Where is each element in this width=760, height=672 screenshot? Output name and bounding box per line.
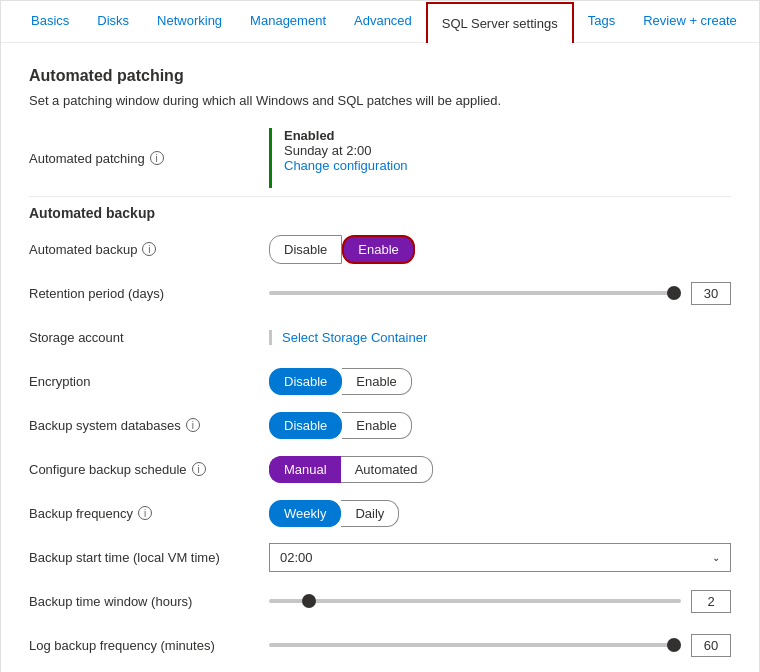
backup-window-value: 2 (691, 590, 731, 613)
storage-account-control: Select Storage Container (269, 330, 731, 345)
backup-frequency-label: Backup frequency i (29, 506, 269, 521)
backup-system-enable-button[interactable]: Enable (342, 412, 411, 439)
schedule-automated-button[interactable]: Automated (341, 456, 433, 483)
automated-backup-label: Automated backup i (29, 242, 269, 257)
backup-frequency-info-icon[interactable]: i (138, 506, 152, 520)
backup-system-label: Backup system databases i (29, 418, 269, 433)
retention-period-row: Retention period (days) 30 (29, 273, 731, 313)
encryption-enable-button[interactable]: Enable (342, 368, 411, 395)
backup-start-time-value: 02:00 (280, 550, 313, 565)
encryption-toggle-group: Disable Enable (269, 368, 412, 395)
log-frequency-row: Log backup frequency (minutes) 60 (29, 625, 731, 665)
patching-info: Enabled Sunday at 2:00 Change configurat… (269, 128, 408, 188)
retention-slider-container: 30 (269, 282, 731, 305)
configure-backup-label: Configure backup schedule i (29, 462, 269, 477)
section-divider-1 (29, 196, 731, 197)
backup-frequency-toggle-group: Weekly Daily (269, 500, 399, 527)
nav-tabs: Basics Disks Networking Management Advan… (1, 1, 759, 43)
storage-account-label: Storage account (29, 330, 269, 345)
backup-system-disable-button[interactable]: Disable (269, 412, 342, 439)
backup-system-row: Backup system databases i Disable Enable (29, 405, 731, 445)
tab-basics[interactable]: Basics (17, 1, 83, 42)
tab-review-create[interactable]: Review + create (629, 1, 751, 42)
backup-start-time-label: Backup start time (local VM time) (29, 550, 269, 565)
encryption-label: Encryption (29, 374, 269, 389)
automated-backup-row: Automated backup i Disable Enable (29, 229, 731, 269)
backup-start-time-dropdown[interactable]: 02:00 ⌄ (269, 543, 731, 572)
patching-status: Enabled Sunday at 2:00 Change configurat… (284, 128, 408, 173)
tab-management[interactable]: Management (236, 1, 340, 42)
automated-backup-enable-button[interactable]: Enable (342, 235, 414, 264)
configure-backup-row: Configure backup schedule i Manual Autom… (29, 449, 731, 489)
tab-networking[interactable]: Networking (143, 1, 236, 42)
backup-frequency-row: Backup frequency i Weekly Daily (29, 493, 731, 533)
backup-window-row: Backup time window (hours) 2 (29, 581, 731, 621)
backup-frequency-control: Weekly Daily (269, 500, 731, 527)
configure-backup-toggle-group: Manual Automated (269, 456, 433, 483)
automated-backup-disable-button[interactable]: Disable (269, 235, 342, 264)
tab-advanced[interactable]: Advanced (340, 1, 426, 42)
main-content: Automated patching Set a patching window… (1, 43, 759, 672)
retention-value: 30 (691, 282, 731, 305)
patching-enabled-text: Enabled (284, 128, 408, 143)
automated-patching-control: Enabled Sunday at 2:00 Change configurat… (269, 128, 731, 188)
backup-window-slider-container: 2 (269, 590, 731, 613)
change-configuration-link[interactable]: Change configuration (284, 158, 408, 173)
automated-backup-info-icon[interactable]: i (142, 242, 156, 256)
log-frequency-control: 60 (269, 634, 731, 657)
configure-backup-control: Manual Automated (269, 456, 731, 483)
backup-window-slider[interactable] (269, 599, 681, 603)
tab-sql-server-settings[interactable]: SQL Server settings (426, 2, 574, 43)
log-frequency-slider-container: 60 (269, 634, 731, 657)
log-frequency-slider[interactable] (269, 643, 681, 647)
automated-patching-row: Automated patching i Enabled Sunday at 2… (29, 128, 731, 188)
select-storage-container-link[interactable]: Select Storage Container (269, 330, 427, 345)
encryption-row: Encryption Disable Enable (29, 361, 731, 401)
automated-backup-title: Automated backup (29, 205, 731, 221)
backup-start-time-row: Backup start time (local VM time) 02:00 … (29, 537, 731, 577)
frequency-weekly-button[interactable]: Weekly (269, 500, 341, 527)
tab-tags[interactable]: Tags (574, 1, 629, 42)
retention-period-label: Retention period (days) (29, 286, 269, 301)
automated-patching-info-icon[interactable]: i (150, 151, 164, 165)
backup-system-info-icon[interactable]: i (186, 418, 200, 432)
automated-backup-control: Disable Enable (269, 235, 731, 264)
frequency-daily-button[interactable]: Daily (341, 500, 399, 527)
log-frequency-value: 60 (691, 634, 731, 657)
retention-period-control: 30 (269, 282, 731, 305)
backup-system-control: Disable Enable (269, 412, 731, 439)
automated-patching-label: Automated patching i (29, 151, 269, 166)
patching-status-indicator (269, 128, 272, 188)
backup-window-label: Backup time window (hours) (29, 594, 269, 609)
backup-start-time-control: 02:00 ⌄ (269, 543, 731, 572)
log-frequency-label: Log backup frequency (minutes) (29, 638, 269, 653)
backup-system-toggle-group: Disable Enable (269, 412, 412, 439)
retention-slider[interactable] (269, 291, 681, 295)
tab-disks[interactable]: Disks (83, 1, 143, 42)
automated-patching-title: Automated patching (29, 67, 731, 85)
encryption-control: Disable Enable (269, 368, 731, 395)
automated-backup-toggle-group: Disable Enable (269, 235, 415, 264)
dropdown-arrow-icon: ⌄ (712, 552, 720, 563)
backup-window-control: 2 (269, 590, 731, 613)
schedule-manual-button[interactable]: Manual (269, 456, 341, 483)
configure-backup-info-icon[interactable]: i (192, 462, 206, 476)
encryption-disable-button[interactable]: Disable (269, 368, 342, 395)
storage-account-row: Storage account Select Storage Container (29, 317, 731, 357)
automated-patching-desc: Set a patching window during which all W… (29, 93, 731, 108)
patching-detail-text: Sunday at 2:00 (284, 143, 408, 158)
